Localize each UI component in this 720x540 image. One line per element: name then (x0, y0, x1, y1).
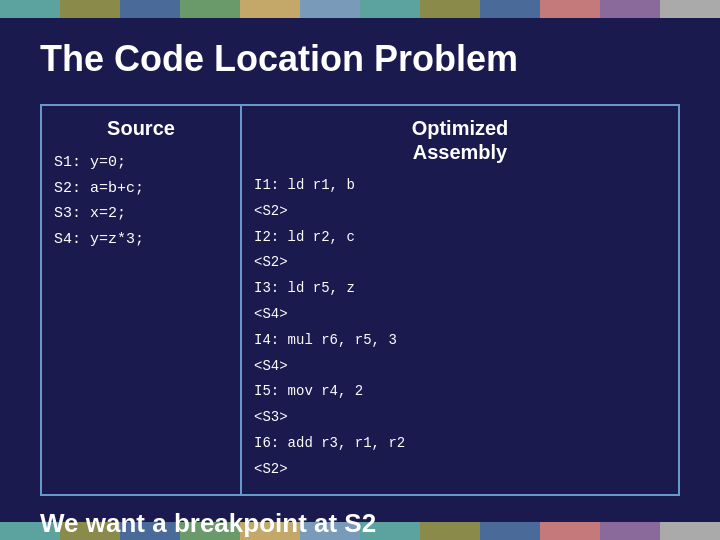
source-line: S2: a=b+c; (54, 176, 228, 202)
assembly-line: I2: ld r2, c (254, 226, 666, 250)
assembly-column: OptimizedAssembly I1: ld r1, b <S2> I2: … (242, 106, 678, 494)
source-line: S1: y=0; (54, 150, 228, 176)
bar-segment (180, 0, 240, 18)
assembly-line: <S4> (254, 303, 666, 327)
bottom-text: We want a breakpoint at S2 (40, 508, 680, 539)
assembly-line: I6: add r3, r1, r2 (254, 432, 666, 456)
assembly-line: I5: mov r4, 2 (254, 380, 666, 404)
assembly-header: OptimizedAssembly (254, 116, 666, 164)
bar-segment (600, 0, 660, 18)
assembly-line: I1: ld r1, b (254, 174, 666, 198)
bar-segment (360, 0, 420, 18)
page-title: The Code Location Problem (40, 38, 680, 80)
bar-segment (240, 0, 300, 18)
bar-segment (420, 0, 480, 18)
assembly-line: I4: mul r6, r5, 3 (254, 329, 666, 353)
source-header: Source (54, 116, 228, 140)
main-content: The Code Location Problem Source S1: y=0… (0, 18, 720, 540)
assembly-line: <S2> (254, 251, 666, 275)
source-line: S4: y=z*3; (54, 227, 228, 253)
bar-segment (120, 0, 180, 18)
source-column: Source S1: y=0; S2: a=b+c; S3: x=2; S4: … (42, 106, 242, 494)
bar-segment (0, 0, 60, 18)
bar-segment (60, 0, 120, 18)
assembly-line: <S3> (254, 406, 666, 430)
bar-segment (660, 0, 720, 18)
assembly-line: <S2> (254, 458, 666, 482)
comparison-table: Source S1: y=0; S2: a=b+c; S3: x=2; S4: … (40, 104, 680, 496)
bar-segment (540, 0, 600, 18)
bar-segment (300, 0, 360, 18)
source-code: S1: y=0; S2: a=b+c; S3: x=2; S4: y=z*3; (54, 150, 228, 252)
top-decorative-bar (0, 0, 720, 18)
assembly-line: <S4> (254, 355, 666, 379)
bar-segment (480, 0, 540, 18)
assembly-line: <S2> (254, 200, 666, 224)
assembly-code: I1: ld r1, b <S2> I2: ld r2, c <S2> I3: … (254, 174, 666, 482)
source-line: S3: x=2; (54, 201, 228, 227)
assembly-line: I3: ld r5, z (254, 277, 666, 301)
